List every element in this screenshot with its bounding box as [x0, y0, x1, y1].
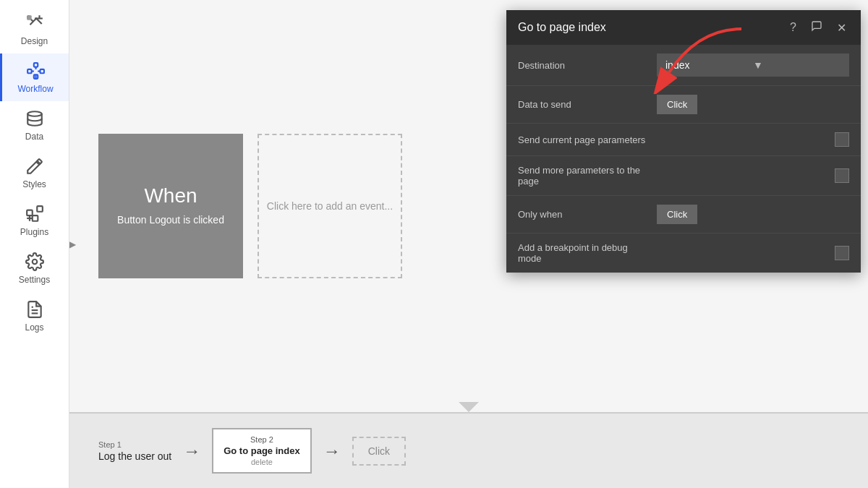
svg-rect-5 — [27, 69, 31, 73]
step2-box[interactable]: Step 2 Go to page index delete — [212, 428, 311, 474]
svg-rect-6 — [34, 63, 38, 67]
sidebar-item-workflow[interactable]: Workflow — [0, 53, 69, 101]
click-next-block[interactable]: Click — [352, 437, 406, 466]
data-to-send-label: Data to send — [518, 99, 648, 110]
panel-header: Go to page index ? ✕ — [506, 10, 861, 45]
styles-icon — [25, 156, 45, 176]
svg-rect-15 — [32, 215, 38, 221]
data-to-send-value: Click — [657, 95, 849, 114]
workflow-steps-area: Step 1 Log the user out → Step 2 Go to p… — [69, 412, 868, 488]
sidebar-label-data: Data — [25, 132, 43, 142]
sidebar-expand-arrow[interactable]: ▶ — [69, 239, 76, 249]
svg-rect-16 — [37, 206, 43, 212]
goto-panel: Go to page index ? ✕ Destination — [506, 10, 861, 273]
sidebar-item-logs[interactable]: Logs — [0, 292, 69, 340]
panel-comment-button[interactable] — [808, 19, 825, 36]
panel-body: Destination index ▼ Data to send Click — [506, 45, 861, 273]
design-icon — [25, 13, 45, 33]
panel-help-button[interactable]: ? — [787, 20, 799, 35]
sidebar-item-settings[interactable]: Settings — [0, 244, 69, 292]
breakpoint-row: Add a breakpoint in debug mode — [506, 234, 861, 273]
sidebar-label-workflow: Workflow — [17, 84, 53, 94]
breakpoint-label: Add a breakpoint in debug mode — [518, 242, 648, 264]
svg-point-19 — [32, 260, 37, 265]
sidebar-label-plugins: Plugins — [20, 227, 48, 237]
send-current-params-toggle[interactable] — [835, 132, 849, 147]
sidebar-label-design: Design — [21, 36, 48, 46]
data-to-send-click[interactable]: Click — [657, 95, 697, 114]
destination-label: Destination — [518, 60, 648, 71]
send-more-params-toggle[interactable] — [835, 168, 849, 183]
workflow-icon — [25, 61, 46, 81]
sidebar-item-styles[interactable]: Styles — [0, 149, 69, 197]
main-canvas: When Button Logout is clicked Click here… — [69, 0, 868, 488]
send-more-params-value — [657, 168, 849, 183]
breakpoint-value — [657, 246, 849, 260]
svg-rect-2 — [27, 15, 32, 20]
breakpoint-toggle[interactable] — [835, 246, 849, 260]
send-current-params-row: Send current page parameters — [506, 124, 861, 156]
send-more-params-row: Send more parameters to the page — [506, 156, 861, 196]
svg-rect-14 — [27, 210, 33, 216]
step1-label: Step 1 — [98, 440, 122, 449]
add-event-label: Click here to add an event... — [267, 200, 393, 212]
svg-point-13 — [27, 111, 42, 116]
destination-chevron: ▼ — [753, 59, 841, 71]
sidebar-label-styles: Styles — [22, 179, 46, 189]
send-more-params-label: Send more parameters to the page — [518, 165, 648, 187]
sidebar-item-design[interactable]: Design — [0, 6, 69, 53]
only-when-row: Only when Click — [506, 196, 861, 234]
data-to-send-row: Data to send Click — [506, 86, 861, 124]
click-next-label: Click — [368, 445, 390, 457]
collapse-triangle[interactable] — [459, 402, 479, 412]
destination-select[interactable]: index ▼ — [657, 53, 849, 77]
sidebar-label-settings: Settings — [19, 275, 50, 285]
panel-title: Go to page index — [518, 21, 606, 34]
destination-value: index ▼ — [657, 53, 849, 77]
when-title: When — [144, 184, 197, 207]
when-trigger-block[interactable]: When Button Logout is clicked — [98, 134, 243, 278]
plugins-icon — [25, 204, 45, 224]
sidebar-item-plugins[interactable]: Plugins — [0, 197, 69, 244]
send-current-params-label: Send current page parameters — [518, 134, 648, 145]
sidebar-item-data[interactable]: Data — [0, 101, 69, 149]
sidebar-label-logs: Logs — [25, 322, 43, 333]
only-when-label: Only when — [518, 209, 648, 220]
data-icon — [25, 108, 45, 129]
add-event-block[interactable]: Click here to add an event... — [258, 134, 402, 278]
panel-close-button[interactable]: ✕ — [834, 20, 849, 36]
settings-icon — [25, 252, 45, 272]
panel-header-icons: ? ✕ — [787, 19, 849, 36]
destination-row: Destination index ▼ — [506, 45, 861, 86]
svg-rect-8 — [41, 69, 44, 73]
send-current-params-value — [657, 132, 849, 147]
step1-title: Log the user out — [98, 450, 171, 462]
when-description: Button Logout is clicked — [117, 213, 224, 228]
destination-selected-value: index — [665, 59, 753, 71]
step2-title: Go to page index — [224, 445, 299, 456]
step-arrow-1: → — [183, 441, 200, 461]
only-when-value: Click — [657, 205, 849, 224]
step2-label: Step 2 — [250, 435, 273, 444]
sidebar: Design Workflow Data — [0, 0, 69, 488]
step-arrow-2: → — [323, 441, 341, 461]
only-when-click[interactable]: Click — [657, 205, 697, 224]
step2-delete[interactable]: delete — [251, 458, 273, 466]
logs-icon — [25, 299, 45, 320]
step1-block: Step 1 Log the user out — [98, 440, 171, 462]
